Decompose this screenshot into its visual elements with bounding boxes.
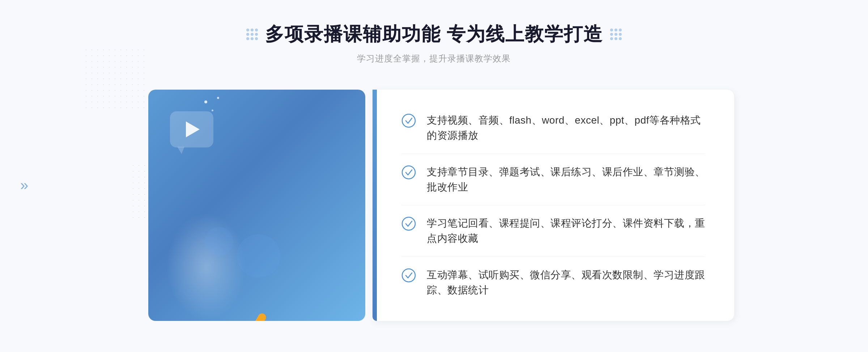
divider-1 [401, 154, 705, 154]
page-title: 多项录播课辅助功能 专为线上教学打造 [265, 22, 603, 47]
check-icon-3 [401, 216, 416, 231]
divider-2 [401, 205, 705, 205]
feature-text-3: 学习笔记回看、课程提问、课程评论打分、课件资料下载，重点内容收藏 [427, 216, 705, 246]
title-dots-right [610, 29, 622, 40]
svg-point-2 [402, 217, 415, 230]
circle-decoration-2 [204, 227, 233, 256]
feature-text-4: 互动弹幕、试听购买、微信分享、观看次数限制、学习进度跟踪、数据统计 [427, 267, 705, 298]
content-wrapper: 支持视频、音频、flash、word、excel、ppt、pdf等各种格式的资源… [109, 82, 760, 328]
accent-bar [373, 90, 377, 321]
sparkle-2 [212, 110, 213, 111]
title-row: 多项录播课辅助功能 专为线上教学打造 [246, 22, 622, 47]
check-icon-1 [401, 113, 416, 128]
check-icon-2 [401, 165, 416, 180]
sparkle-3 [217, 97, 219, 99]
person-arm-right [241, 312, 267, 321]
page-container: » 多项录播课辅助功能 专为线上教学打造 学习进度全掌握，提升录播课教学效果 [0, 0, 868, 352]
feature-item-4: 互动弹幕、试听购买、微信分享、观看次数限制、学习进度跟踪、数据统计 [401, 267, 705, 298]
svg-point-0 [402, 114, 415, 127]
illustration-figure [177, 133, 293, 321]
page-subtitle: 学习进度全掌握，提升录播课教学效果 [246, 53, 622, 64]
feature-item-3: 学习笔记回看、课程提问、课程评论打分、课件资料下载，重点内容收藏 [401, 216, 705, 246]
check-icon-4 [401, 268, 416, 283]
feature-text-1: 支持视频、音频、flash、word、excel、ppt、pdf等各种格式的资源… [427, 113, 705, 143]
circle-decoration-1 [237, 234, 280, 278]
left-panel [134, 82, 373, 328]
image-card [148, 90, 365, 321]
feature-item-2: 支持章节目录、弹题考试、课后练习、课后作业、章节测验、批改作业 [401, 164, 705, 195]
sparkle-1 [204, 100, 207, 103]
title-dots-left [246, 29, 258, 40]
right-panel: 支持视频、音频、flash、word、excel、ppt、pdf等各种格式的资源… [373, 90, 734, 321]
header-section: 多项录播课辅助功能 专为线上教学打造 学习进度全掌握，提升录播课教学效果 [246, 22, 622, 64]
feature-item-1: 支持视频、音频、flash、word、excel、ppt、pdf等各种格式的资源… [401, 113, 705, 143]
svg-point-1 [402, 166, 415, 179]
svg-point-3 [402, 269, 415, 282]
chevron-decoration-left: » [20, 177, 28, 193]
divider-3 [401, 257, 705, 257]
feature-text-2: 支持章节目录、弹题考试、课后练习、课后作业、章节测验、批改作业 [427, 164, 705, 195]
